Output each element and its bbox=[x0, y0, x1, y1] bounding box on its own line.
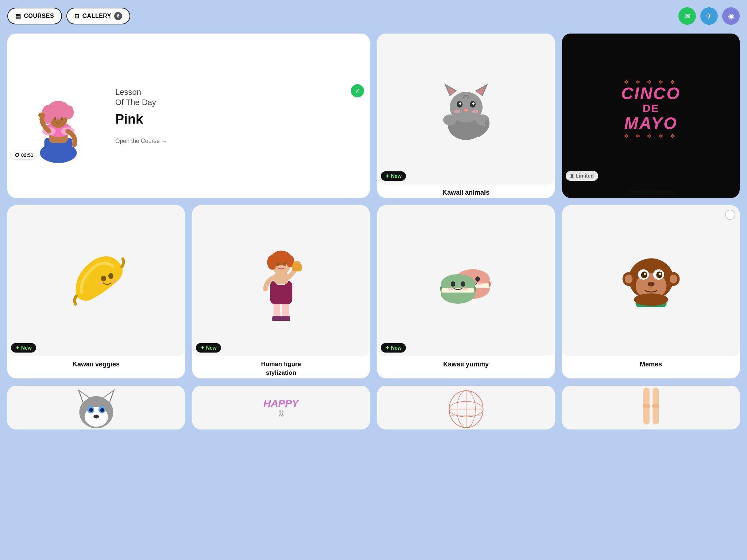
gallery-tab[interactable]: ⊡ GALLERY 6 bbox=[66, 8, 130, 24]
course-card-kawaii-veggies[interactable]: ✦ New Kawaii veggies bbox=[7, 205, 185, 379]
telegram-button[interactable]: ✈ bbox=[700, 7, 718, 25]
svg-point-58 bbox=[450, 281, 455, 287]
course-image-wrap bbox=[562, 205, 740, 356]
course-title: Memes bbox=[562, 356, 740, 370]
svg-point-12 bbox=[38, 113, 45, 118]
course-title: Cinco de mayo bbox=[562, 184, 740, 198]
svg-point-29 bbox=[108, 273, 113, 279]
courses-label: COURSES bbox=[24, 13, 54, 19]
timer-value: 02:51 bbox=[21, 152, 33, 158]
svg-point-60 bbox=[448, 287, 453, 290]
course-image bbox=[7, 205, 185, 356]
completion-checkmark: ✓ bbox=[351, 84, 364, 97]
course-card-kawaii-animals[interactable]: ✦ New Kawaii animals bbox=[377, 34, 555, 198]
svg-point-87 bbox=[89, 408, 93, 412]
svg-point-23 bbox=[464, 109, 468, 112]
sparkle-icon: ✦ bbox=[200, 345, 205, 351]
course-image-wrap: ✦ New bbox=[7, 205, 185, 356]
course-image bbox=[377, 386, 555, 429]
discord-icon: ◉ bbox=[728, 12, 734, 20]
lesson-label: LessonOf The Day bbox=[115, 87, 361, 108]
course-card-partial-4[interactable] bbox=[562, 386, 740, 429]
course-title: Human figurestylization bbox=[192, 356, 370, 379]
svg-point-75 bbox=[648, 283, 650, 285]
svg-point-78 bbox=[634, 293, 668, 306]
course-image-wrap: HAPPY 🐰 bbox=[192, 386, 370, 429]
svg-point-73 bbox=[659, 273, 661, 275]
badge-label: New bbox=[206, 345, 217, 351]
courses-tab[interactable]: ▤ COURSES bbox=[7, 8, 62, 24]
course-image-wrap: ✻ ✻ ✻ ✻ ✻ CINCO DE MAYO ✻ ✻ ✻ ✻ ✻ ⧖ Limi… bbox=[562, 34, 740, 184]
svg-point-53 bbox=[477, 282, 482, 285]
course-card-partial-3[interactable] bbox=[377, 386, 555, 429]
lesson-title: Pink bbox=[115, 112, 361, 127]
svg-point-71 bbox=[656, 271, 662, 278]
svg-point-25 bbox=[472, 110, 479, 113]
courses-icon: ▤ bbox=[15, 13, 21, 20]
course-image bbox=[562, 205, 740, 356]
hourglass-icon: ⧖ bbox=[570, 173, 574, 179]
featured-content: ✓ LessonOf The Day Pink Open the Course … bbox=[109, 78, 370, 153]
svg-point-51 bbox=[475, 276, 480, 281]
svg-point-89 bbox=[93, 415, 99, 419]
svg-point-72 bbox=[644, 273, 646, 275]
discord-button[interactable]: ◉ bbox=[722, 7, 740, 25]
new-badge: ✦ New bbox=[381, 343, 406, 353]
gallery-icon: ⊡ bbox=[74, 13, 80, 20]
svg-rect-35 bbox=[281, 316, 290, 321]
new-badge: ✦ New bbox=[381, 171, 406, 181]
social-icons: ✉ ✈ ◉ bbox=[678, 7, 740, 25]
course-card-memes[interactable]: Memes bbox=[562, 205, 740, 379]
svg-point-56 bbox=[441, 284, 475, 304]
course-title: Kawaii veggies bbox=[7, 356, 185, 370]
course-title: Kawaii yummy bbox=[377, 356, 555, 370]
new-badge: ✦ New bbox=[11, 343, 36, 353]
course-image-wrap: ✦ New bbox=[377, 34, 555, 184]
svg-point-31 bbox=[111, 279, 116, 282]
course-title: Kawaii animals bbox=[377, 184, 555, 198]
svg-point-10 bbox=[54, 117, 56, 121]
course-image bbox=[7, 386, 185, 429]
new-badge: ✦ New bbox=[196, 343, 221, 353]
svg-point-59 bbox=[460, 281, 465, 287]
svg-point-66 bbox=[625, 275, 632, 284]
svg-point-30 bbox=[98, 282, 103, 285]
sparkle-icon: ✦ bbox=[385, 173, 390, 179]
svg-point-41 bbox=[267, 255, 277, 269]
course-card-partial-2[interactable]: HAPPY 🐰 bbox=[192, 386, 370, 429]
telegram-icon: ✈ bbox=[706, 12, 712, 20]
svg-point-43 bbox=[276, 262, 279, 266]
svg-point-21 bbox=[459, 102, 461, 105]
svg-point-11 bbox=[61, 117, 63, 121]
course-image: ✻ ✻ ✻ ✻ ✻ CINCO DE MAYO ✻ ✻ ✻ ✻ ✻ bbox=[562, 34, 740, 184]
course-image: HAPPY 🐰 bbox=[192, 386, 370, 429]
badge-label: New bbox=[21, 345, 32, 351]
badge-label: New bbox=[391, 345, 402, 351]
course-card-kawaii-yummy[interactable]: ✦ New Kawaii yummy bbox=[377, 205, 555, 379]
course-image-wrap bbox=[562, 386, 740, 429]
course-image bbox=[562, 386, 740, 429]
svg-point-26 bbox=[443, 114, 456, 125]
svg-point-100 bbox=[652, 404, 659, 409]
course-image-wrap bbox=[7, 386, 185, 429]
svg-point-24 bbox=[454, 110, 460, 113]
gallery-label: GALLERY bbox=[82, 13, 111, 19]
featured-card[interactable]: ⏱ 02:51 ✓ LessonOf The Day Pink Open the… bbox=[7, 34, 370, 198]
course-image-wrap bbox=[377, 386, 555, 429]
courses-grid: ⏱ 02:51 ✓ LessonOf The Day Pink Open the… bbox=[7, 34, 740, 429]
sparkle-icon: ✦ bbox=[15, 345, 20, 351]
course-image-wrap: ✦ New bbox=[377, 205, 555, 356]
course-card-human-figure[interactable]: ✦ New Human figurestylization bbox=[192, 205, 370, 379]
svg-point-44 bbox=[283, 262, 286, 266]
limited-badge: ⧖ Limited bbox=[566, 171, 598, 181]
sparkle-icon: ✦ bbox=[385, 345, 390, 351]
course-card-cinco-de-mayo[interactable]: ✻ ✻ ✻ ✻ ✻ CINCO DE MAYO ✻ ✻ ✻ ✻ ✻ ⧖ Limi… bbox=[562, 34, 740, 198]
email-button[interactable]: ✉ bbox=[678, 7, 696, 25]
selection-indicator bbox=[725, 210, 735, 220]
svg-point-99 bbox=[643, 404, 650, 409]
badge-label: New bbox=[391, 173, 402, 179]
open-course-link[interactable]: Open the Course → bbox=[115, 138, 167, 144]
course-image-wrap: ✦ New bbox=[192, 205, 370, 356]
svg-point-61 bbox=[462, 287, 468, 290]
course-card-partial-1[interactable] bbox=[7, 386, 185, 429]
